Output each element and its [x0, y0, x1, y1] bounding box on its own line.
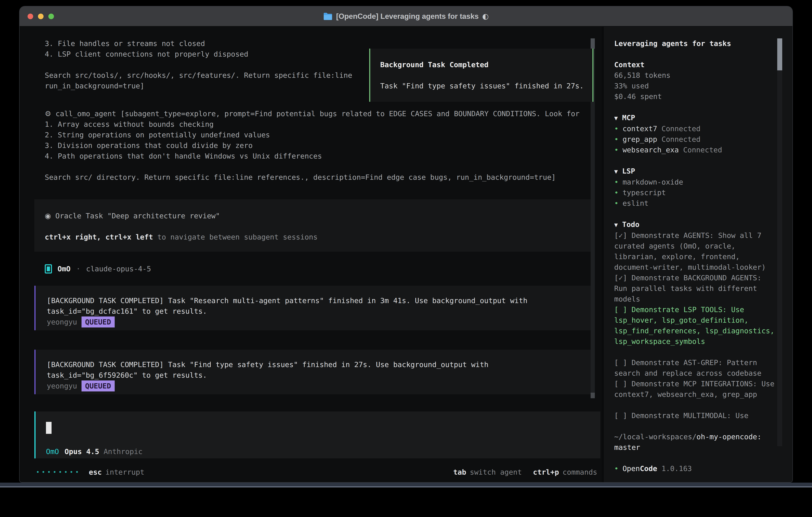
ctrl-p-key-hint: ctrl+p — [533, 467, 559, 478]
spinner-dots-icon: •••••••• — [36, 467, 81, 478]
window-title: [OpenCode] Leveraging agents for tasks — [336, 11, 478, 22]
toast-title: Background Task Completed — [380, 59, 592, 70]
mcp-item: •websearch_exa Connected — [614, 144, 777, 155]
agent-separator: · — [76, 264, 81, 274]
chevron-down-icon: ▼ — [614, 221, 618, 228]
esc-key-hint: esc — [89, 467, 102, 478]
mcp-status: Connected — [683, 146, 722, 154]
task-message-line: [BACKGROUND TASK COMPLETED] Task "Find t… — [47, 359, 593, 370]
mcp-section-header: ▼ MCP — [614, 112, 777, 124]
bullet-icon: • — [614, 199, 618, 207]
mcp-name: grep_app — [622, 135, 657, 143]
tool-call-line: 4. Path operations that don't handle Win… — [45, 151, 580, 161]
lsp-item: •markdown-oxide — [614, 177, 777, 187]
task-author: yeongyu — [47, 318, 77, 326]
agent-icon — [45, 264, 52, 273]
status-bar-right: tab switch agent ctrl+p commands — [453, 467, 597, 478]
todo-section-header: ▼ Todo — [614, 219, 777, 230]
bullet-icon: • — [614, 135, 618, 143]
lsp-item: •typescript — [614, 187, 777, 198]
mcp-item: •context7 Connected — [614, 124, 777, 134]
task-author: yeongyu — [47, 382, 77, 390]
title-bar: [OpenCode] Leveraging agents for tasks ◐ — [20, 6, 792, 26]
todo-item: [✓] Demonstrate AGENTS: Show all 7 curat… — [614, 230, 777, 272]
task-message-line: task_id="bg_6f59260c" to get results. — [47, 370, 593, 380]
opencode-version: 1.0.163 — [657, 464, 692, 472]
desktop-bottom-strip — [0, 483, 812, 487]
tool-call-line: 2. String operations on potentially unde… — [45, 130, 580, 140]
input-model-name: Opus 4.5 — [64, 446, 99, 457]
status-bar: •••••••• esc interrupt tab switch agent … — [36, 467, 597, 478]
close-button[interactable] — [28, 13, 33, 19]
zoom-button[interactable] — [48, 13, 54, 19]
folder-icon — [323, 12, 332, 20]
lsp-item: •eslint — [614, 198, 777, 209]
sidebar-scrollbar[interactable] — [777, 38, 782, 446]
ctrl-p-key-label: commands — [563, 467, 597, 478]
scrollbar-thumb[interactable] — [590, 38, 595, 49]
esc-key-label: interrupt — [106, 467, 144, 478]
scrollback-line: 4. LSP client connections not properly d… — [45, 49, 352, 59]
opencode-name-bold: Code — [640, 464, 657, 472]
background-task-card: [BACKGROUND TASK COMPLETED] Task "Find t… — [34, 350, 593, 394]
mcp-name: context7 — [622, 125, 657, 133]
tool-call-line: 1. Array access without bounds checking — [45, 119, 580, 130]
bullet-icon: • — [614, 178, 618, 186]
background-task-toast: Background Task Completed Task "Find typ… — [369, 49, 593, 102]
oracle-task-card: ◉ Oracle Task "Deep architecture review"… — [34, 199, 593, 252]
agent-header: OmO · claude-opus-4-5 — [45, 264, 151, 274]
context-tokens: 66,518 tokens — [614, 70, 777, 81]
task-message-line: task_id="bg_dcfac161" to get results. — [47, 306, 593, 317]
mcp-name: websearch_exa — [622, 146, 679, 154]
tool-call-line-blank — [45, 161, 580, 172]
scrollback-line-blank — [45, 59, 352, 70]
status-badge: QUEUED — [82, 380, 115, 391]
lsp-section-header: ▼ LSP — [614, 166, 777, 177]
bullet-icon: • — [614, 189, 618, 197]
scrollback-line: 3. File handles or streams not closed — [45, 38, 352, 49]
oracle-nav-hint: ctrl+x right, ctrl+x left to navigate be… — [45, 232, 593, 242]
oracle-hint-text: to navigate between subagent sessions — [153, 233, 318, 241]
scrollback-text: 3. File handles or streams not closed 4.… — [45, 38, 352, 91]
tab-key-hint: tab — [453, 467, 466, 478]
todo-item: [ ] Demonstrate MCP INTEGRATIONS: Use co… — [614, 378, 777, 400]
prompt-input[interactable]: OmO Opus 4.5 Anthropic — [34, 411, 601, 458]
oracle-task-title: Oracle Task "Deep architecture review" — [51, 212, 220, 220]
todo-item: [✓] Demonstrate BACKGROUND AGENTS: Run p… — [614, 272, 777, 304]
text-cursor — [46, 422, 52, 434]
status-badge: QUEUED — [82, 317, 115, 327]
chevron-down-icon: ▼ — [614, 168, 618, 175]
task-message-line: [BACKGROUND TASK COMPLETED] Task "Resear… — [47, 295, 593, 306]
minimize-button[interactable] — [38, 13, 44, 19]
lsp-name: typescript — [622, 189, 666, 197]
context-used: 33% used — [614, 81, 777, 91]
chevron-down-icon: ▼ — [614, 114, 618, 121]
agent-model: claude-opus-4-5 — [86, 264, 151, 274]
app-window: [OpenCode] Leveraging agents for tasks ◐… — [19, 6, 793, 483]
todo-item: [ ] Demonstrate AST-GREP: Pattern search… — [614, 357, 777, 378]
agent-name: OmO — [58, 264, 70, 274]
scrollback-line: Search src/tools/, src/hooks/, src/featu… — [45, 70, 352, 81]
workspace-path-strong: oh-my-opencode: — [697, 433, 766, 441]
lsp-name: eslint — [622, 199, 648, 207]
opencode-name-light: Open — [622, 464, 640, 472]
tool-call-block: ⚙ call_omo_agent [subagent_type=explore,… — [45, 108, 580, 183]
model-row: OmO Opus 4.5 Anthropic — [46, 446, 601, 457]
mcp-status: Connected — [662, 125, 700, 133]
oracle-hint-keys: ctrl+x right, ctrl+x left — [45, 233, 153, 241]
scrollbar-thumb[interactable] — [777, 38, 782, 71]
tab-key-label: switch agent — [470, 467, 522, 478]
workspace-path: ~/local-workspaces/oh-my-opencode: maste… — [614, 431, 777, 453]
input-model-provider: Anthropic — [104, 446, 142, 457]
tool-call-header: call_omo_agent [subagent_type=explore, p… — [51, 110, 579, 118]
session-title: Leveraging agents for tasks — [614, 38, 777, 49]
mcp-status: Connected — [662, 135, 700, 143]
context-spent: $0.46 spent — [614, 91, 777, 102]
scrollbar-thumb[interactable] — [590, 393, 595, 398]
tool-call-line: 3. Division operations that could divide… — [45, 140, 580, 151]
workspace-path-dim: ~/local-workspaces/ — [614, 433, 697, 441]
main-pane: 3. File handles or streams not closed 4.… — [20, 27, 602, 482]
workspace-branch: master — [614, 443, 640, 452]
progress-icon: ◐ — [482, 11, 489, 22]
toast-body: Task "Find type safety issues" finished … — [380, 81, 592, 91]
